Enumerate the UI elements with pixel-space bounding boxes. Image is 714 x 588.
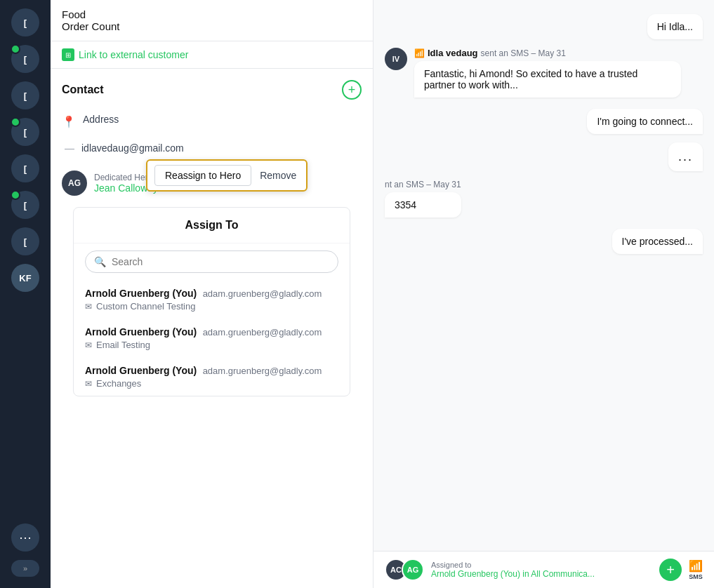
msg-meta-4: nt an SMS – May 31 — [385, 180, 461, 189]
sms-wifi-icon: 📶 — [689, 559, 703, 573]
agent-channel-1: ✉ Email Testing — [85, 340, 338, 350]
contact-add-button[interactable]: + — [342, 80, 362, 100]
sidebar-avatar-7[interactable]: [ — [11, 227, 39, 255]
reassign-to-hero-button[interactable]: Reassign to Hero — [154, 165, 251, 186]
remove-hero-button[interactable]: Remove — [257, 166, 299, 185]
assign-to-panel: Assign To 🔍 Arnold Gruenberg (You) adam.… — [73, 207, 350, 396]
bottom-actions: + 📶 SMS — [659, 559, 703, 581]
left-panel: Food Order Count ⊞ Link to external cust… — [51, 0, 373, 588]
sidebar-avatar-3[interactable]: [ — [11, 81, 39, 109]
hero-actions-popup: Reassign to Hero Remove — [146, 159, 308, 192]
assign-to-title: Assign To — [74, 208, 350, 243]
sidebar-avatar-6[interactable]: [ — [11, 191, 39, 219]
sidebar-avatar-kf[interactable]: KF — [11, 264, 39, 292]
sidebar-avatar-1[interactable]: [ — [11, 8, 39, 36]
sms-label: SMS — [689, 573, 703, 580]
msg-row-0: Hi Idla... — [385, 14, 703, 39]
link-external-row[interactable]: ⊞ Link to external customer — [51, 41, 373, 69]
assigned-label: Assigned to — [431, 561, 652, 569]
contact-section: Contact + 📍 Address — idlavedaug@gmail.c… — [51, 69, 373, 413]
sidebar-more-button[interactable]: ⋯ — [11, 523, 39, 552]
msg-content-4: nt an SMS – May 31 3354 — [385, 180, 461, 218]
contact-title: Contact — [62, 83, 104, 96]
address-label: Address — [83, 114, 119, 125]
sms-button[interactable]: 📶 SMS — [689, 559, 703, 580]
channel-icon-2: ✉ — [85, 379, 92, 389]
msg-bubble-right-2: I'm going to connect... — [587, 109, 703, 134]
contact-header: Contact + — [62, 80, 362, 100]
msg-avatar-1: IV — [385, 48, 407, 70]
link-external-icon: ⊞ — [62, 48, 74, 61]
chat-messages: Hi Idla... IV 📶 Idla vedaug sent an SMS … — [373, 0, 714, 551]
msg-row-2: I'm going to connect... — [385, 109, 703, 134]
link-external-text[interactable]: Link to external customer — [79, 49, 188, 60]
assign-search-box[interactable]: 🔍 — [85, 250, 338, 273]
chat-bottom-bar: AC AG Assigned to Arnold Gruenberg (You)… — [373, 551, 714, 588]
msg-bubble-right-5: I've processed... — [612, 229, 703, 254]
location-icon: 📍 — [62, 115, 76, 128]
contact-address-row: 📍 Address — [62, 111, 362, 131]
email-dash-icon: — — [65, 142, 74, 154]
sidebar: [ [ [ [ [ [ [ KF ⋯ » — [0, 0, 51, 588]
agent-name-0: Arnold Gruenberg (You) adam.gruenberg@gl… — [85, 287, 338, 300]
assign-search-input[interactable] — [112, 256, 329, 267]
bottom-avatars: AC AG — [385, 559, 424, 581]
hero-avatar: AG — [62, 171, 87, 196]
channel-icon-1: ✉ — [85, 340, 92, 350]
sidebar-avatar-5[interactable]: [ — [11, 154, 39, 182]
order-count-label: Order Count — [62, 20, 362, 32]
sidebar-avatar-2[interactable]: [ — [11, 45, 39, 73]
sidebar-avatar-4[interactable]: [ — [11, 118, 39, 146]
msg-bubble-right-0: Hi Idla... — [647, 14, 703, 39]
agent-name-1: Arnold Gruenberg (You) adam.gruenberg@gl… — [85, 326, 338, 338]
contact-email: idlavedaug@gmail.com — [81, 142, 184, 154]
sidebar-expand-button[interactable]: » — [11, 560, 39, 577]
agent-channel-2: ✉ Exchanges — [85, 378, 338, 389]
msg-meta-1: 📶 Idla vedaug sent an SMS – May 31 — [414, 48, 681, 58]
msg-row-4: nt an SMS – May 31 3354 — [385, 180, 703, 218]
bottom-avatar-ag: AG — [402, 559, 424, 581]
agent-channel-0: ✉ Custom Channel Testing — [85, 301, 338, 312]
msg-row-5: I've processed... — [385, 229, 703, 254]
agent-item-0[interactable]: Arnold Gruenberg (You) adam.gruenberg@gl… — [74, 280, 350, 319]
channel-icon-0: ✉ — [85, 302, 92, 312]
agent-item-2[interactable]: Arnold Gruenberg (You) adam.gruenberg@gl… — [74, 357, 350, 396]
food-label: Food — [62, 8, 362, 20]
dedicated-hero-row: AG Dedicated Hero Jean Calloway in All C… — [62, 165, 362, 201]
assigned-name: Arnold Gruenberg (You) in All Communica.… — [431, 569, 652, 579]
msg-bubble-right-3: ... — [668, 142, 703, 171]
chat-panel: Hi Idla... IV 📶 Idla vedaug sent an SMS … — [373, 0, 714, 588]
msg-row-1: IV 📶 Idla vedaug sent an SMS – May 31 Fa… — [385, 48, 703, 98]
msg-content-1: 📶 Idla vedaug sent an SMS – May 31 Fanta… — [414, 48, 681, 98]
msg-bubble-left-4: 3354 — [385, 192, 461, 218]
agent-name-2: Arnold Gruenberg (You) adam.gruenberg@gl… — [85, 364, 338, 377]
contact-email-row: — idlavedaug@gmail.com — [62, 140, 362, 156]
msg-row-3: ... — [385, 142, 703, 171]
search-icon: 🔍 — [94, 256, 106, 267]
agent-item-1[interactable]: Arnold Gruenberg (You) adam.gruenberg@gl… — [74, 319, 350, 357]
assigned-info: Assigned to Arnold Gruenberg (You) in Al… — [431, 561, 652, 579]
food-order-section: Food Order Count — [51, 0, 373, 41]
add-action-button[interactable]: + — [659, 559, 682, 581]
msg-bubble-left-1: Fantastic, hi Amond! So excited to have … — [414, 61, 681, 98]
